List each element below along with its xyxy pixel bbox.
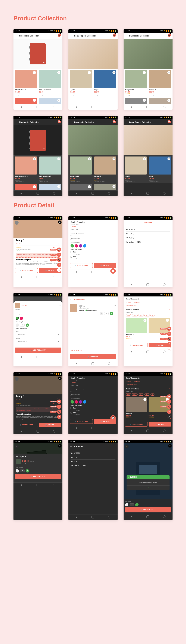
add-basket-button[interactable]: 🛒 ADD TO BASKET [15, 348, 61, 353]
cart-icon[interactable]: 🛍 [58, 34, 61, 37]
close-icon[interactable]: ✕ [58, 220, 62, 224]
fab-stack: Messenger💬 WhatsApp✆ Call Phone📞 ✕ 🏷 [57, 248, 61, 272]
close-icon[interactable]: ✕ [58, 376, 62, 380]
cart-icon[interactable]: 🛍 [113, 34, 116, 37]
attribute-item[interactable]: Test attribute 1 ( $ 10 ) [126, 240, 171, 244]
product-card[interactable]: ♡ Kids Notebook 9 $2.40 ☆☆☆☆☆ 0 rating |… [38, 69, 63, 97]
whatsapp-fab[interactable]: WhatsApp✆ [57, 252, 61, 257]
add-basket-button[interactable]: 🛒 ADD TO BASKET [70, 263, 93, 268]
product-card[interactable]: ♡Legal 2$20.00☆☆☆☆☆0 rating | 0 Reviews … [68, 69, 93, 97]
call-fab[interactable]: Call Phone📞 [167, 337, 171, 341]
add-basket-button[interactable]: 🛒 ADD TO BASKET [15, 474, 61, 479]
qty-value[interactable]: 7 [20, 324, 25, 326]
cart-icon[interactable]: 🛍 [168, 34, 171, 37]
back-icon[interactable]: ← [15, 121, 17, 124]
favorite-icon[interactable]: ♡ [57, 71, 60, 74]
success-toast: ✓SUCCESS Successfully added to Basket OK [127, 475, 170, 490]
qty-plus-button[interactable]: + [110, 312, 113, 315]
related-product[interactable]: ♡ Shopper 9 $4.75 ★★★★★ [126, 317, 148, 340]
nav-home[interactable] [37, 106, 39, 108]
chat-fab[interactable]: 💬 [110, 415, 116, 420]
back-icon[interactable]: ← [125, 34, 127, 37]
nav-back[interactable] [20, 106, 22, 108]
hero-image[interactable] [13, 39, 62, 69]
phone-success-toast: 5:07 PM12.3KB/s ⚡ 📶 📶 🔋 ← ✕ ✓SUCCESS Suc… [124, 440, 173, 520]
toast-header: ✓SUCCESS [127, 475, 170, 479]
stock-status: In Stock [15, 250, 20, 252]
product-hero[interactable]: ←✕ [13, 220, 62, 238]
color-swatch[interactable] [75, 244, 78, 248]
color-swatch[interactable] [71, 244, 74, 248]
messenger-fab[interactable]: Messenger💬 [57, 248, 61, 252]
favorite-icon[interactable]: ♡ [57, 242, 60, 246]
view-comments-link[interactable]: VIEW ALL COMMENTS [126, 301, 171, 304]
item-thumb[interactable] [70, 304, 78, 312]
cart-icon[interactable]: 🛍 [58, 120, 61, 123]
close-fab[interactable]: ✕ [167, 342, 171, 346]
add-basket-button[interactable]: 🛒 ADD TO BASKET [15, 268, 38, 273]
phone-backpacks-dark: 3:07 PM12.3KB/s ⚡ 📶 📶 🔋 ←Backpacks Colle… [68, 116, 117, 196]
attribute-item[interactable]: Test 3 ( $ 10 ) [126, 228, 171, 232]
back-icon[interactable]: ← [70, 445, 72, 448]
product-card[interactable]: ♡ Office Notebook 4 $40.00 ☆☆☆☆☆ 0 ratin… [13, 69, 38, 97]
checkbox[interactable] [71, 251, 72, 253]
color-swatch[interactable] [83, 244, 87, 248]
phone-basket-light: 5:12 PM12.3KB/s ⚡ 📶 📶 🔋 ←Basket List Bea… [68, 293, 117, 366]
tag[interactable]: Bags [126, 314, 131, 316]
back-icon[interactable]: ← [70, 298, 72, 301]
product-card[interactable]: ♡Backpack 2$30.00★★★★★5.0 rating | 1 Rev… [148, 69, 173, 97]
back-icon[interactable]: ← [70, 34, 72, 37]
chat-fab[interactable]: 💬 [110, 268, 116, 274]
attribute-item[interactable]: Test 1 ( $ 0 ) [126, 232, 171, 236]
made-in-select[interactable]: Choose Made In [15, 340, 60, 343]
back-icon[interactable]: ← [15, 34, 17, 37]
total-price: Price : $ 54.24 [68, 348, 117, 353]
phone-notebooks-dark: 3:27 PM12.3KB/s ⚡ 📶 📶 🔋 ←Notebooks Colle… [13, 116, 62, 196]
checkbox[interactable] [71, 256, 72, 258]
phone-attributes-dark: 5:03 PM12.3KB/s ⚡ 📶 📶 🔋 ←Attributes Test… [68, 440, 117, 520]
qty-minus-button[interactable]: − [99, 312, 103, 315]
color-swatch[interactable] [79, 244, 82, 248]
favorite-icon[interactable]: ♡ [33, 71, 36, 74]
color-swatch[interactable] [20, 316, 23, 320]
delete-icon[interactable]: 🗑 [114, 304, 116, 316]
product-card[interactable]: ♡Backpack 10$30.00★★★★★5.0 rating | 1 Re… [124, 69, 148, 97]
nav-recent[interactable] [53, 106, 55, 108]
row: 3:07 PM12.3KB/s ⚡ 📶 📶 🔋 ← Notebooks Coll… [13, 29, 173, 110]
back-icon[interactable]: ← [15, 377, 18, 381]
add-basket-button[interactable]: 🛒 ADD TO BASKET [125, 343, 148, 348]
hero-image[interactable] [124, 39, 173, 69]
messenger-fab[interactable]: Messenger💬 [167, 327, 171, 331]
chevron-up-icon[interactable]: ⌃ [169, 298, 171, 300]
phone-notebooks-light: 3:07 PM12.3KB/s ⚡ 📶 📶 🔋 ← Notebooks Coll… [13, 29, 62, 110]
hero-image[interactable] [68, 39, 117, 69]
qty-plus-button[interactable]: + [26, 469, 29, 472]
whatsapp-fab[interactable]: WhatsApp✆ [167, 332, 171, 336]
check-icon: ✓ [128, 476, 129, 478]
checkout-button[interactable]: 🛒 CHECKOUT [70, 354, 116, 360]
qty-minus-button[interactable]: − [15, 324, 19, 327]
color-swatch[interactable] [15, 316, 19, 320]
close-fab[interactable]: ✕ [57, 263, 61, 267]
tag-fab[interactable]: 🏷 [167, 347, 171, 351]
buy-now-button[interactable]: 🛒 BUY NOW [93, 263, 116, 268]
chevron-up-icon[interactable]: ⌃ [114, 221, 115, 223]
tag[interactable]: tag 2 [144, 314, 150, 316]
tag[interactable]: fancy [138, 314, 144, 316]
tag[interactable]: tag [150, 314, 155, 316]
close-icon[interactable]: ✕ [59, 304, 61, 307]
chevron-up-icon[interactable]: ⌃ [169, 309, 171, 310]
product-grid: ♡ Office Notebook 4 $40.00 ☆☆☆☆☆ 0 ratin… [13, 69, 62, 97]
tag-fab[interactable]: 🏷 [57, 268, 61, 272]
status-bar: 3:07 PM12.3KB/s ⚡ 📶 📶 🔋 [13, 29, 62, 32]
qty-plus-button[interactable]: + [26, 324, 29, 327]
toast-ok-button[interactable]: OK [127, 486, 170, 490]
type-select[interactable]: Choose Type [15, 333, 60, 336]
product-card[interactable]: ♡Legal 1$25.00☆☆☆☆☆0 rating | 0 Reviews … [93, 69, 118, 97]
tag[interactable]: Fancy [132, 314, 138, 316]
qty-minus-button[interactable]: − [15, 469, 19, 472]
attribute-item[interactable]: Test 2 ( $ 0 ) [126, 236, 171, 240]
write-comment-link[interactable]: WRITE COMMENT [126, 304, 171, 307]
back-icon[interactable]: ← [15, 221, 18, 225]
call-fab[interactable]: Call Phone📞 [57, 258, 61, 262]
